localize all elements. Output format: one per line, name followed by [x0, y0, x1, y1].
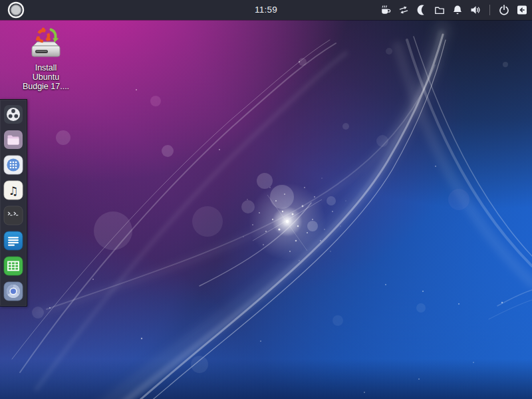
dock-item-writer[interactable] [3, 231, 23, 251]
film-reel-icon [3, 104, 23, 124]
panel-tray [379, 0, 529, 20]
places-folder-icon[interactable] [433, 3, 446, 17]
app-grid-icon [3, 155, 23, 175]
terminal-prompts-icon [3, 205, 23, 225]
budgie-menu-button[interactable] [3, 0, 29, 20]
volume-speaker-icon[interactable] [469, 3, 482, 17]
night-light-moon-icon[interactable] [415, 3, 428, 17]
document-lines-icon [3, 231, 23, 251]
desktop-icon-install-ubuntu-budgie[interactable]: Install Ubuntu Budgie 17.... [16, 27, 76, 91]
panel-separator [489, 5, 490, 15]
dock-item-applications[interactable] [3, 155, 23, 175]
top-panel: 11:59 [0, 0, 532, 20]
ubuntu-logo [36, 28, 51, 42]
green-refresh-arrow [51, 30, 59, 43]
budgie-ring-icon [7, 1, 25, 19]
power-icon[interactable] [497, 3, 511, 17]
folder-icon [3, 130, 23, 150]
raven-toggle-arrow-left-box-icon[interactable] [515, 3, 529, 17]
network-swap-arrows-icon[interactable] [397, 3, 410, 17]
desktop-wallpaper [0, 0, 532, 399]
installer-disk-icon [27, 27, 65, 61]
music-notes-glyph: ♫ [8, 184, 18, 198]
dock-item-terminal[interactable] [3, 205, 23, 225]
chromium-logo-icon [3, 281, 23, 301]
dock-item-files[interactable] [3, 130, 23, 150]
dock-item-music[interactable]: ♫ [3, 180, 23, 200]
dock-item-chromium[interactable] [3, 281, 23, 301]
desktop-icon-label: Install Ubuntu Budgie 17.... [23, 63, 69, 91]
music-notes-icon: ♫ [3, 180, 23, 200]
dock: ♫ [0, 99, 27, 307]
panel-clock[interactable]: 11:59 [255, 0, 277, 20]
caffeine-coffee-cup-icon[interactable] [379, 3, 392, 17]
wallpaper-artwork [0, 0, 532, 399]
dock-item-calc[interactable] [3, 256, 23, 276]
notifications-bell-icon[interactable] [451, 3, 464, 17]
spreadsheet-grid-icon [3, 256, 23, 276]
dock-item-videos[interactable] [3, 104, 23, 124]
